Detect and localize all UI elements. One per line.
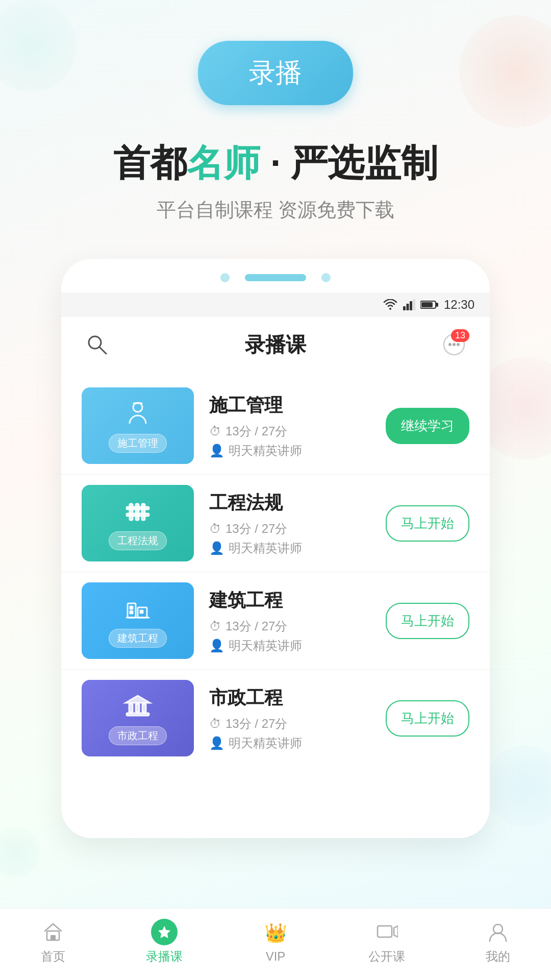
teacher-icon-2: 👤	[209, 541, 224, 555]
course-thumb-3: 建筑工程	[82, 582, 194, 659]
live-icon	[373, 919, 400, 945]
svg-point-13	[457, 343, 460, 346]
star-icon	[157, 924, 172, 940]
course-thumb-4: 市政工程	[82, 680, 194, 756]
headline-accent: 名师	[187, 142, 260, 183]
status-bar: 12:30	[61, 292, 490, 317]
course-meta-3: ⏱ 13分 / 27分 👤 明天精英讲师	[209, 618, 370, 654]
course-info-1: 施工管理 ⏱ 13分 / 27分 👤 明天精英讲师	[209, 393, 370, 459]
teacher-icon-1: 👤	[209, 444, 224, 458]
svg-point-11	[448, 343, 452, 346]
nav-label-live: 公开课	[368, 948, 405, 965]
course-action-3: 马上开始	[386, 603, 469, 639]
course-duration-4: ⏱ 13分 / 27分	[209, 716, 370, 732]
course-teacher-2: 👤 明天精英讲师	[209, 540, 370, 556]
course-thumb-1: 施工管理	[82, 387, 194, 464]
svg-rect-23	[130, 606, 133, 609]
nav-item-home[interactable]: 首页	[40, 919, 66, 965]
svg-rect-29	[142, 704, 146, 712]
course-name-3: 建筑工程	[209, 588, 370, 613]
signal-icon	[403, 299, 415, 310]
course-meta-2: ⏱ 13分 / 27分 👤 明天精英讲师	[209, 521, 370, 556]
dot-right	[321, 273, 331, 282]
course-name-1: 施工管理	[209, 393, 370, 418]
record-button[interactable]: 录播	[198, 41, 353, 105]
svg-marker-35	[394, 926, 398, 937]
course-duration-3: ⏱ 13分 / 27分	[209, 618, 370, 634]
course-meta-1: ⏱ 13分 / 27分 👤 明天精英讲师	[209, 423, 370, 459]
subheadline: 平台自制课程 资源免费下载	[157, 197, 395, 223]
svg-rect-18	[136, 504, 139, 520]
course-teacher-3: 👤 明天精英讲师	[209, 638, 370, 654]
start-button-3[interactable]: 马上开始	[386, 603, 469, 639]
nav-label-record: 录播课	[146, 948, 183, 965]
svg-rect-32	[51, 935, 56, 940]
svg-rect-27	[129, 704, 133, 712]
crown-icon: 👑	[264, 922, 287, 944]
course-name-2: 工程法规	[209, 491, 370, 516]
headline-part1: 首都	[113, 142, 187, 183]
nav-label-vip: VIP	[266, 949, 286, 964]
nav-item-vip[interactable]: 👑 VIP	[262, 920, 289, 964]
svg-rect-28	[136, 704, 139, 712]
course-teacher-1: 👤 明天精英讲师	[209, 443, 370, 459]
nav-label-home: 首页	[41, 948, 65, 965]
record-star-bg	[151, 919, 178, 945]
nav-label-profile: 我的	[486, 948, 510, 965]
svg-rect-7	[421, 302, 433, 307]
svg-rect-3	[410, 301, 412, 310]
home-icon	[40, 919, 66, 945]
video-icon	[375, 921, 398, 943]
svg-rect-24	[130, 611, 133, 614]
search-button[interactable]	[82, 329, 112, 360]
bg-decoration-5	[0, 827, 41, 878]
course-name-4: 市政工程	[209, 685, 370, 710]
bottom-spacer	[61, 777, 490, 838]
battery-icon	[420, 300, 439, 309]
svg-point-0	[389, 308, 391, 310]
course-item[interactable]: 市政工程 市政工程 ⏱ 13分 / 27分 👤 明天精英讲师 马上开始	[61, 670, 490, 767]
headline: 首都名师 · 严选监制	[113, 141, 438, 185]
svg-rect-30	[127, 713, 149, 716]
start-button-4[interactable]: 马上开始	[386, 700, 469, 737]
course-item[interactable]: 工程法规 工程法规 ⏱ 13分 / 27分 👤 明天精英讲师 马上开始	[61, 475, 490, 572]
continue-button-1[interactable]: 继续学习	[386, 408, 469, 444]
clock-icon-3: ⏱	[209, 619, 221, 633]
teacher-icon-4: 👤	[209, 736, 224, 750]
course-thumb-label-3: 建筑工程	[109, 629, 167, 648]
fence-icon	[122, 497, 153, 527]
course-thumb-label-2: 工程法规	[109, 531, 167, 550]
notification-button[interactable]: 13	[439, 329, 469, 360]
nav-item-profile[interactable]: 我的	[485, 919, 511, 965]
course-thumb-label-4: 市政工程	[109, 726, 167, 745]
phone-top-decoration	[61, 259, 490, 292]
course-meta-4: ⏱ 13分 / 27分 👤 明天精英讲师	[209, 716, 370, 751]
svg-rect-4	[413, 299, 415, 310]
course-teacher-4: 👤 明天精英讲师	[209, 735, 370, 751]
user-icon	[487, 921, 509, 943]
building-icon	[122, 594, 153, 625]
course-action-1: 继续学习	[386, 408, 469, 444]
course-list: 施工管理 施工管理 ⏱ 13分 / 27分 👤 明天精英讲师 继续学习	[61, 372, 490, 777]
headline-part2: · 严选监制	[260, 142, 438, 183]
clock-icon-2: ⏱	[209, 522, 221, 536]
nav-item-live[interactable]: 公开课	[368, 919, 405, 965]
course-item[interactable]: 建筑工程 建筑工程 ⏱ 13分 / 27分 👤 明天精英讲师 马上开始	[61, 572, 490, 670]
svg-rect-17	[130, 504, 133, 520]
course-info-2: 工程法规 ⏱ 13分 / 27分 👤 明天精英讲师	[209, 491, 370, 556]
svg-rect-6	[436, 303, 438, 307]
bg-decoration-4	[485, 745, 551, 827]
profile-icon	[485, 919, 511, 945]
start-button-2[interactable]: 马上开始	[386, 505, 469, 542]
status-icons: 12:30	[383, 298, 474, 312]
header-area: 录播 首都名师 · 严选监制 平台自制课程 资源免费下载	[0, 0, 551, 223]
course-duration-2: ⏱ 13分 / 27分	[209, 521, 370, 537]
nav-item-record[interactable]: 录播课	[146, 919, 183, 965]
svg-marker-26	[126, 696, 150, 703]
dot-left	[220, 273, 230, 282]
svg-line-9	[99, 347, 106, 354]
bank-icon	[122, 692, 153, 722]
clock-icon-1: ⏱	[209, 424, 221, 438]
course-item[interactable]: 施工管理 施工管理 ⏱ 13分 / 27分 👤 明天精英讲师 继续学习	[61, 377, 490, 475]
svg-point-36	[493, 924, 503, 934]
